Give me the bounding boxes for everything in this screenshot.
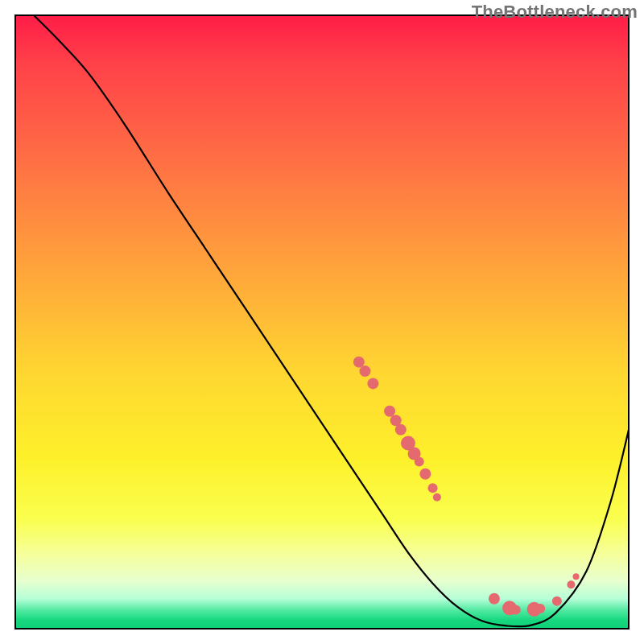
data-point-marker: [535, 604, 545, 613]
markers-group: [353, 357, 580, 617]
data-point-marker: [573, 573, 580, 580]
bottleneck-curve-path: [33, 14, 630, 626]
data-point-marker: [433, 493, 441, 502]
data-point-marker: [353, 357, 365, 368]
data-point-marker: [489, 593, 500, 605]
data-point-marker: [552, 597, 562, 606]
watermark-text: TheBottleneck.com: [472, 2, 638, 23]
data-point-marker: [567, 580, 575, 588]
data-point-marker: [419, 469, 431, 480]
data-point-marker: [367, 378, 378, 389]
data-point-marker: [428, 483, 438, 493]
data-point-marker: [511, 605, 521, 615]
curve-layer: [14, 14, 630, 630]
data-point-marker: [415, 456, 424, 466]
data-point-marker: [395, 424, 407, 436]
chart-container: TheBottleneck.com: [0, 0, 644, 644]
plot-area: [14, 14, 630, 630]
data-point-marker: [359, 365, 370, 377]
data-point-marker: [384, 406, 395, 417]
